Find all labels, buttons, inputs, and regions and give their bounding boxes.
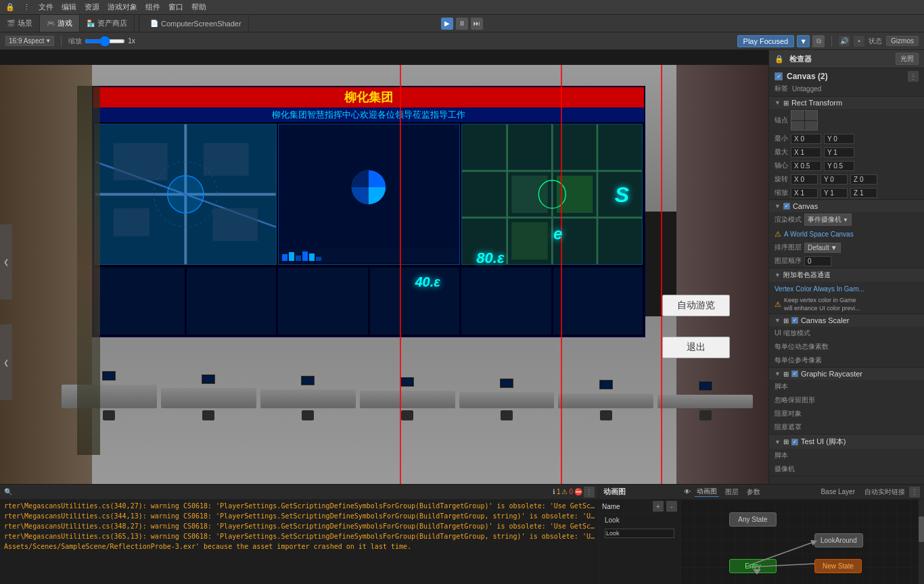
test-ui-script-row: 脚本: [769, 449, 924, 462]
tab-game[interactable]: 🎮 游戏: [40, 15, 80, 32]
canvas-header[interactable]: ▼ ✓ Canvas: [769, 200, 924, 212]
any-state-node[interactable]: Any State: [729, 512, 777, 527]
anim-look-label: Look: [605, 516, 620, 524]
menu-item-file[interactable]: 文件: [39, 2, 53, 12]
decorative-strip: [77, 86, 100, 455]
menu-item-window[interactable]: 窗口: [168, 2, 183, 12]
anchor-row: 锚点: [769, 109, 924, 132]
render-mode-row: 渲染模式 事件摄像机 ▼: [769, 212, 924, 227]
light-button[interactable]: 光照: [896, 53, 919, 65]
shader-icon: 📄: [150, 20, 158, 27]
edge-arrow-top[interactable]: ❮: [0, 224, 12, 300]
exit-button[interactable]: 退出: [662, 337, 730, 358]
console-line-5: Assets/Scenes/SampleScene/ReflectionProb…: [3, 541, 596, 552]
play-focused-dropdown-btn[interactable]: ▼: [797, 35, 810, 47]
anchor-widget[interactable]: [791, 110, 818, 130]
svg-rect-7: [213, 208, 258, 241]
render-mode-label: 渲染模式: [775, 215, 802, 224]
graph-scrollbar-v[interactable]: [919, 500, 924, 584]
anim-options-btn[interactable]: ⋮: [909, 487, 920, 497]
speaker-btn[interactable]: 🔊: [839, 36, 850, 47]
layer-order-input[interactable]: [804, 256, 831, 266]
anim-tab-label2[interactable]: 图层: [723, 487, 741, 497]
object-active-checkbox[interactable]: ✓: [775, 72, 783, 80]
raycaster-icon: ⊞: [783, 370, 789, 378]
canvas-scaler-checkbox[interactable]: ✓: [791, 317, 798, 324]
play-focused-button[interactable]: Play Focused: [737, 35, 795, 47]
menu-item-component[interactable]: 组件: [145, 2, 160, 12]
svg-rect-17: [511, 176, 547, 213]
rotation-y-input[interactable]: [821, 174, 848, 185]
scale-y-input[interactable]: [821, 188, 848, 198]
max-y-input[interactable]: [824, 147, 854, 157]
anim-add-btn[interactable]: +: [653, 501, 664, 512]
menu-item-help[interactable]: 帮助: [191, 2, 206, 12]
animation-graph[interactable]: Any State Entry LookAround New State: [680, 500, 924, 584]
ui-scale-mode-row: UI 缩放模式: [769, 326, 924, 340]
desk-4: [360, 391, 455, 408]
rotation-x-input[interactable]: [791, 174, 818, 185]
auto-tour-button[interactable]: 自动游览: [662, 295, 730, 316]
max-x-input[interactable]: [791, 147, 821, 157]
graph-scrollbar-thumb: [919, 516, 924, 542]
pivot-x-input[interactable]: [791, 161, 821, 171]
monitor-3: [301, 376, 315, 385]
menu-item-edit[interactable]: 编辑: [62, 2, 76, 12]
scale-z-input[interactable]: [850, 188, 877, 198]
raycaster-checkbox[interactable]: ✓: [791, 370, 798, 377]
inspector-panel: 🔒 检查器 光照 ✓ Canvas (2) ⋮ 标签 Untagged: [768, 50, 924, 484]
section-test-ui: ▼ ⊞ ✓ Test UI (脚本) 脚本 摄像机: [769, 435, 924, 477]
menu-item-assets[interactable]: 资源: [85, 2, 99, 12]
pivot-label: 轴心: [775, 161, 788, 170]
scale-slider[interactable]: [85, 39, 125, 43]
min-y-input[interactable]: [824, 134, 854, 144]
max-label: 最大: [775, 147, 788, 157]
svg-rect-19: [511, 222, 547, 260]
display-panel-map: [95, 124, 277, 265]
chair-4: [401, 410, 413, 420]
stats-display-btn[interactable]: ▪: [854, 36, 864, 47]
tab-asset-store[interactable]: 🏪 资产商店: [80, 15, 135, 32]
tab-shader[interactable]: 📄 ComputerScreenShader: [143, 15, 249, 32]
vertex-color-header[interactable]: ▼ 附加着色器通道: [769, 268, 924, 282]
camera-label: 摄像机: [775, 464, 795, 474]
chair-6: [600, 410, 612, 420]
render-mode-dropdown[interactable]: 事件摄像机 ▼: [804, 214, 852, 226]
play-button[interactable]: ▶: [441, 18, 453, 30]
test-ui-header[interactable]: ▼ ⊞ ✓ Test UI (脚本): [769, 435, 924, 449]
vertex-color-link[interactable]: Vertex Color Always In Gam...: [775, 285, 864, 293]
anim-tab-label1[interactable]: 动画图: [695, 487, 719, 497]
raycaster-header[interactable]: ▼ ⊞ ✓ Graphic Raycaster: [769, 368, 924, 380]
anim-look-input[interactable]: [605, 529, 674, 538]
tab-scene[interactable]: 🎬 场景: [0, 15, 40, 32]
pivot-y-input[interactable]: [824, 161, 854, 171]
menu-lock-icon: 🔒: [5, 3, 15, 11]
look-around-node[interactable]: LookAround: [814, 533, 863, 548]
rotation-z-input[interactable]: [850, 174, 877, 185]
step-button[interactable]: ⏭: [471, 18, 483, 30]
new-state-node[interactable]: New State: [814, 559, 862, 573]
inspector-lock-icon: 🔒: [775, 55, 784, 64]
min-x-input[interactable]: [791, 134, 821, 144]
gizmos-button[interactable]: Gizmos: [886, 36, 919, 46]
console-options-btn[interactable]: ⋮: [584, 487, 595, 497]
section-canvas-scaler: ▼ ⊞ ✓ Canvas Scaler UI 缩放模式 每单位动态像素数 每单位…: [769, 314, 924, 368]
anim-look-item[interactable]: Look: [599, 514, 680, 527]
scale-x-input[interactable]: [791, 188, 818, 198]
world-canvas-link[interactable]: A World Space Canvas: [784, 230, 854, 238]
viewport[interactable]: 柳化集团 柳化集团智慧指挥中心欢迎各位领导莅监指导工作: [0, 50, 768, 484]
aspect-dropdown[interactable]: 16:9 Aspect ▼: [5, 36, 54, 46]
maximize-btn[interactable]: ⧉: [812, 35, 825, 47]
console-line-2: rter\MegascansUtilities.cs(344,13): warn…: [3, 511, 596, 521]
anim-minus-btn[interactable]: -: [666, 501, 677, 512]
sort-layer-dropdown[interactable]: Default ▼: [804, 243, 841, 253]
menu-item-gameobject[interactable]: 游戏对象: [108, 2, 137, 12]
anim-tab-label3[interactable]: 参数: [745, 487, 762, 497]
canvas-scaler-header[interactable]: ▼ ⊞ ✓ Canvas Scaler: [769, 314, 924, 326]
test-ui-checkbox[interactable]: ✓: [791, 439, 798, 445]
canvas-checkbox[interactable]: ✓: [783, 203, 790, 210]
rect-transform-header[interactable]: ▼ ⊞ Rect Transform: [769, 97, 924, 109]
pause-button[interactable]: ⏸: [456, 18, 468, 30]
inspector-options-btn[interactable]: ⋮: [908, 71, 919, 82]
edge-arrow-bottom[interactable]: ❮: [0, 324, 12, 400]
